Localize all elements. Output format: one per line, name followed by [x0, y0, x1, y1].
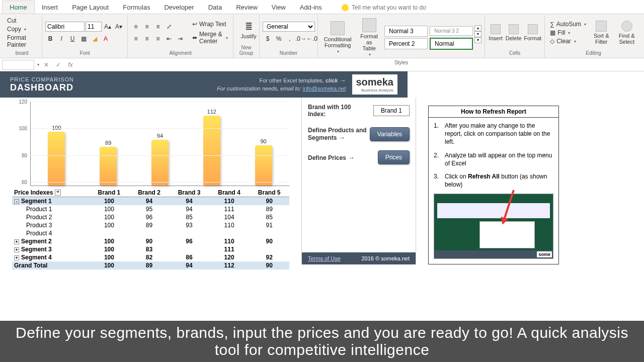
tab-addins[interactable]: Add-ins	[293, 1, 329, 14]
italic-button[interactable]: I	[56, 34, 66, 44]
decrease-font-icon[interactable]: A▾	[114, 22, 124, 32]
how-step-3: Click on Refresh All button (as shown be…	[445, 172, 553, 189]
expand-icon[interactable]: -	[14, 199, 19, 204]
fx-icon[interactable]: fx	[65, 60, 75, 70]
align-center-icon[interactable]: ≡	[142, 34, 152, 44]
group-number-label: Number	[263, 49, 314, 57]
table-header[interactable]: Brand 5	[249, 188, 289, 197]
index-brand-value[interactable]: Brand 1	[373, 105, 410, 116]
ribbon-tabs: Home Insert Page Layout Formulas Develop…	[0, 0, 644, 14]
bold-button[interactable]: B	[45, 34, 55, 44]
email-link[interactable]: info@someka.net	[303, 85, 346, 92]
tell-me-search[interactable]: Tell me what you want to do	[339, 2, 429, 14]
font-name-combo[interactable]	[45, 22, 85, 32]
group-newgroup-label: New Group	[236, 44, 256, 57]
table-row[interactable]: +Segment 4100828612092	[12, 253, 289, 261]
indent-inc-icon[interactable]: ⇥	[175, 34, 185, 44]
find-select-button[interactable]: Find & Select	[614, 19, 639, 47]
table-row[interactable]: -Segment 1100949411090	[12, 197, 289, 206]
increase-decimal-icon[interactable]: .0→	[296, 34, 306, 44]
decrease-decimal-icon[interactable]: ←.0	[307, 34, 317, 44]
table-row[interactable]: +Segment 310083111	[12, 245, 289, 253]
merge-center-button[interactable]: ⬌ Merge & Center▾	[190, 30, 230, 45]
style-normal3[interactable]: Normal 3	[384, 26, 428, 37]
namebox-dropdown-icon[interactable]: ▾	[37, 62, 39, 67]
table-row[interactable]: Product 3100899311091	[12, 221, 289, 229]
someka-logo: somekaBusiness Analysis	[352, 74, 398, 95]
name-box[interactable]	[2, 60, 34, 70]
increase-font-icon[interactable]: A▴	[103, 22, 113, 32]
expand-icon[interactable]: +	[14, 255, 19, 260]
fill-color-button[interactable]: ◢	[90, 34, 100, 44]
fill-button[interactable]: ▦ Fill▾	[548, 29, 588, 37]
tab-home[interactable]: Home	[2, 1, 35, 14]
video-caption: Define your segments, brands, input the …	[0, 321, 644, 362]
comma-icon[interactable]: ,	[285, 34, 295, 44]
wrap-text-button[interactable]: ↩ Wrap Text	[190, 20, 230, 28]
bulb-icon	[342, 4, 349, 11]
align-right-icon[interactable]: ≡	[153, 34, 163, 44]
conditional-formatting-button[interactable]: Conditional Formatting▾	[321, 19, 354, 56]
table-row[interactable]: +Segment 2100909611090	[12, 237, 289, 245]
format-painter-button[interactable]: Format Painter	[5, 34, 39, 49]
table-header[interactable]: Brand 3	[169, 188, 209, 197]
enter-formula-icon[interactable]: ✓	[53, 60, 63, 70]
percent-icon[interactable]: %	[274, 34, 284, 44]
orientation-icon[interactable]: ⤢	[164, 22, 174, 32]
font-color-button[interactable]: A	[101, 34, 111, 44]
table-row[interactable]: Product 4	[12, 229, 289, 237]
how-to-title: How to Refresh Report	[429, 106, 558, 118]
underline-button[interactable]: U	[67, 34, 77, 44]
justify-button[interactable]: ≣Justify	[236, 19, 261, 41]
variables-button[interactable]: Variables	[370, 127, 410, 141]
tab-formulas[interactable]: Formulas	[116, 1, 157, 14]
tab-view[interactable]: View	[265, 1, 293, 14]
cancel-formula-icon[interactable]: ✕	[41, 60, 51, 70]
align-top-icon[interactable]: ≡	[131, 22, 141, 32]
prices-button[interactable]: Prices	[378, 150, 410, 164]
table-header[interactable]: Brand 4	[209, 188, 250, 197]
format-cells-button[interactable]: Format	[524, 22, 541, 43]
group-clipboard-label: board	[5, 49, 39, 57]
table-row[interactable]: Product 1100959411189	[12, 205, 289, 213]
insert-cells-button[interactable]: Insert	[488, 22, 503, 43]
align-middle-icon[interactable]: ≡	[142, 22, 152, 32]
delete-cells-button[interactable]: Delete	[505, 22, 522, 43]
table-row[interactable]: Product 2100968510485	[12, 213, 289, 221]
format-as-table-button[interactable]: Format as Table▾	[356, 16, 382, 59]
autosum-button[interactable]: ∑ AutoSum▾	[548, 20, 588, 28]
table-row[interactable]: Grand Total100899411290	[12, 261, 289, 269]
tab-data[interactable]: Data	[201, 1, 229, 14]
table-header[interactable]: Brand 1	[89, 188, 129, 197]
indent-dec-icon[interactable]: ⇤	[164, 34, 174, 44]
expand-icon[interactable]: +	[14, 247, 19, 252]
filter-icon[interactable]	[55, 190, 61, 196]
price-index-table[interactable]: Price IndexesBrand 1Brand 2Brand 3Brand …	[12, 188, 289, 269]
group-editing-label: Editing	[548, 49, 639, 57]
style-gallery-scroll[interactable]: ▴▾▾	[474, 25, 481, 50]
number-format-combo[interactable]: General	[263, 22, 315, 32]
terms-link[interactable]: Terms of Use	[308, 255, 341, 261]
config-panel: Brand with 100 Index: Brand 1 Define Pro…	[301, 98, 416, 264]
border-button[interactable]: ▦	[78, 34, 89, 44]
accounting-icon[interactable]: $	[263, 34, 273, 44]
align-bottom-icon[interactable]: ≡	[153, 22, 163, 32]
table-header[interactable]: Price Indexes	[12, 188, 89, 197]
tab-developer[interactable]: Developer	[157, 1, 201, 14]
chart-bar: 90	[240, 138, 287, 186]
tab-insert[interactable]: Insert	[35, 1, 65, 14]
font-size-combo[interactable]	[86, 22, 102, 32]
clear-button[interactable]: ◇ Clear▾	[548, 37, 588, 45]
tab-page-layout[interactable]: Page Layout	[65, 1, 116, 14]
style-normal32[interactable]: Normal 3 2	[430, 26, 473, 36]
style-normal[interactable]: Normal	[430, 38, 473, 50]
sort-filter-button[interactable]: Sort & Filter	[590, 19, 612, 47]
tab-review[interactable]: Review	[229, 1, 265, 14]
expand-icon[interactable]: +	[14, 239, 19, 244]
style-percent2[interactable]: Percent 2	[384, 38, 428, 49]
refresh-screenshot: some	[434, 194, 553, 259]
align-left-icon[interactable]: ≡	[131, 34, 141, 44]
copy-button[interactable]: Copy▾	[5, 25, 39, 33]
cut-button[interactable]: Cut	[5, 17, 39, 25]
table-header[interactable]: Brand 2	[129, 188, 170, 197]
